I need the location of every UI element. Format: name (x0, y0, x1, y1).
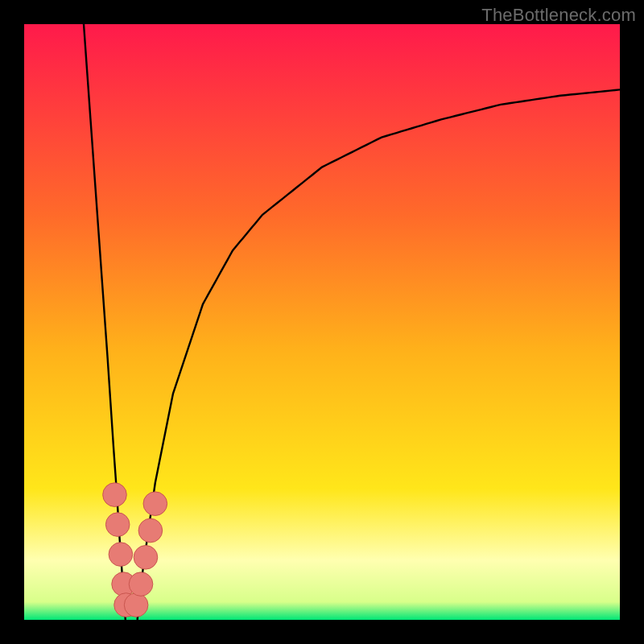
valley-marker (124, 593, 148, 617)
plot-area (24, 24, 620, 620)
curve-right-branch (138, 89, 620, 620)
valley-marker (109, 543, 133, 567)
chart-frame: TheBottleneck.com (0, 0, 644, 644)
valley-marker (143, 492, 167, 516)
valley-marker (138, 518, 163, 543)
valley-marker (134, 546, 158, 570)
valley-marker (129, 572, 153, 597)
valley-markers (103, 483, 167, 617)
watermark-text: TheBottleneck.com (481, 5, 636, 26)
valley-marker (105, 513, 130, 537)
bottleneck-curve (24, 24, 620, 620)
valley-marker (103, 483, 127, 507)
